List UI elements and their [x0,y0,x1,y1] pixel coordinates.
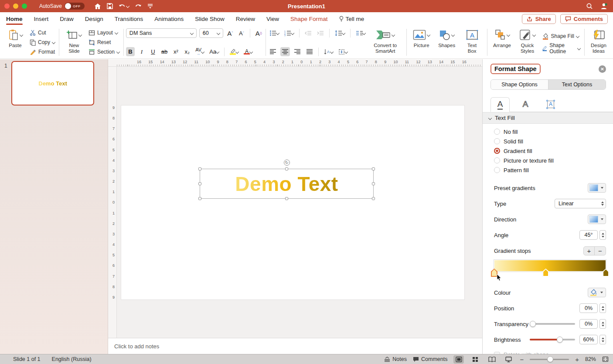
picture-button[interactable]: Picture [411,27,433,58]
resize-handle-e[interactable] [372,182,375,185]
clear-formatting-button[interactable]: A◊ [254,29,263,38]
resize-handle-sw[interactable] [198,197,201,200]
align-center-button[interactable] [280,47,290,56]
tab-draw[interactable]: Draw [60,14,74,24]
autosave-toggle[interactable]: OFF [65,3,85,10]
account-icon[interactable] [600,3,608,10]
direction-picker[interactable] [588,214,606,224]
slide-thumbnail[interactable]: Demo Text [11,61,94,105]
search-icon[interactable] [586,3,593,10]
type-select[interactable]: Linear [555,199,606,208]
tab-shape-format[interactable]: Shape Format [290,14,328,24]
tab-animations[interactable]: Animations [154,14,184,24]
zoom-level[interactable]: 82% [585,356,596,362]
shape-options-tab[interactable]: Shape Options [491,80,548,89]
align-left-button[interactable] [268,47,278,56]
resize-handle-w[interactable] [198,182,201,185]
font-name-select[interactable]: DM Sans [126,28,197,38]
angle-input[interactable]: 45° [579,230,598,240]
justify-button[interactable] [305,47,314,56]
shrink-font-button[interactable]: Aˇ [237,29,246,38]
resize-handle-s[interactable] [285,197,288,200]
transparency-slider[interactable] [530,321,575,327]
text-fill-section-header[interactable]: Text Fill [483,112,613,124]
close-window-button[interactable] [4,3,10,9]
copy-button[interactable]: Copy [30,38,55,47]
italic-button[interactable]: I [137,47,146,56]
decrease-indent-button[interactable] [303,28,313,37]
position-input[interactable]: 0% [579,303,598,313]
brightness-input[interactable]: 60% [579,335,598,344]
text-options-tab[interactable]: Text Options [548,80,606,89]
bold-button[interactable]: B [126,47,135,56]
resize-handle-nw[interactable] [198,167,201,170]
transparency-input[interactable]: 0% [579,319,598,329]
position-stepper[interactable] [599,303,606,313]
ribbon-options-icon[interactable] [147,3,153,9]
share-button[interactable]: Share [522,14,556,24]
superscript-button[interactable]: x² [171,47,180,56]
resize-handle-ne[interactable] [372,167,375,170]
increase-indent-button[interactable] [316,28,325,37]
no-fill-option[interactable]: No fill [494,128,613,135]
design-ideas-button[interactable]: Design Ideas [587,27,610,58]
text-fill-outline-tab[interactable]: A [490,97,510,112]
line-spacing-button[interactable] [334,28,346,37]
grow-font-button[interactable]: Aˆ [226,29,235,38]
shapes-button[interactable]: Shapes [436,27,458,58]
gradient-fill-option[interactable]: Gradient fill [494,147,613,154]
comments-toggle[interactable]: Comments [413,356,447,362]
quick-styles-button[interactable]: Quick Styles [517,27,538,58]
tab-tell-me[interactable]: Tell me [339,14,364,24]
section-button[interactable]: Section [89,48,119,56]
gradient-stop-3[interactable] [603,269,609,277]
transparency-stepper[interactable] [599,319,606,329]
slide-show-button[interactable] [503,355,514,364]
subscript-button[interactable]: x₂ [183,47,191,56]
colour-picker[interactable] [588,288,606,297]
tab-transitions[interactable]: Transitions [115,14,143,24]
maximize-window-button[interactable] [22,3,27,9]
new-slide-button[interactable]: New Slide [63,27,85,58]
zoom-slider-thumb[interactable] [547,356,553,362]
text-direction-button[interactable]: A [323,47,334,56]
change-case-button[interactable]: Aa [208,47,220,56]
textbox-tab[interactable]: A [541,97,560,112]
paste-button[interactable]: Paste [4,27,26,58]
close-panel-icon[interactable]: ✕ [599,65,606,73]
character-spacing-button[interactable]: AV↔ [194,47,205,56]
normal-view-button[interactable] [453,355,464,364]
remove-gradient-stop-button[interactable]: − [595,247,606,255]
strikethrough-button[interactable]: ab [160,47,169,56]
gradient-stop-2[interactable] [542,269,549,277]
minimize-window-button[interactable] [13,3,18,9]
shape-fill-button[interactable]: Shape Fill [542,32,581,41]
align-text-button[interactable] [337,47,349,56]
undo-button[interactable] [119,3,129,9]
preset-gradients-picker[interactable] [588,183,606,193]
bullets-button[interactable] [268,28,280,37]
numbering-button[interactable]: 123 [283,28,295,37]
zoom-out-button[interactable]: − [520,356,524,363]
tab-home[interactable]: Home [6,14,23,24]
tab-design[interactable]: Design [85,14,103,24]
picture-fill-option[interactable]: Picture or texture fill [494,157,613,164]
brightness-stepper[interactable] [599,335,606,344]
arrange-button[interactable]: Arrange [491,27,513,58]
tab-review[interactable]: Review [236,14,255,24]
underline-button[interactable]: U [149,47,157,56]
convert-to-smartart-button[interactable]: Convert to SmartArt [367,27,404,58]
text-box-selection[interactable]: Demo Text ↻ [200,169,374,199]
resize-handle-se[interactable] [372,197,375,200]
text-effects-tab[interactable]: A [516,97,535,112]
tab-view[interactable]: View [266,14,279,24]
zoom-slider[interactable] [530,356,569,362]
text-box-button[interactable]: A Text Box [461,27,483,58]
comments-button[interactable]: Comments [560,14,608,24]
highlight-color-button[interactable] [228,47,240,56]
pattern-fill-option[interactable]: Pattern fill [494,167,613,173]
solid-fill-option[interactable]: Solid fill [494,138,613,145]
notes-pane[interactable]: Click to add notes [108,338,482,354]
save-icon[interactable] [107,3,113,9]
language-indicator[interactable]: English (Russia) [52,356,92,362]
